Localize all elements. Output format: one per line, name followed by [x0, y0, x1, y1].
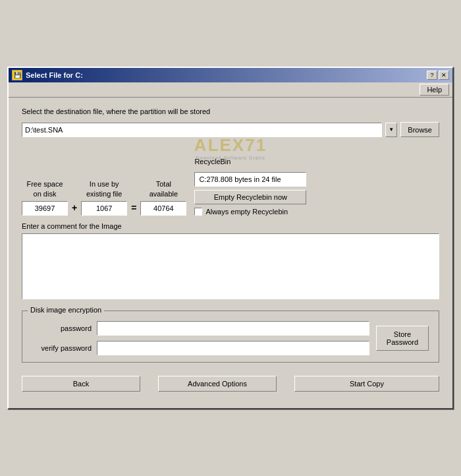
equals-operator: =: [131, 202, 136, 216]
free-space-label: Free spaceon disk: [26, 177, 63, 198]
always-empty-label: Always empty Recyclebin: [205, 208, 288, 216]
total-group: Totalavailable: [140, 177, 186, 216]
description-text: Select the destination file, where the p…: [22, 107, 439, 115]
help-menu-btn[interactable]: Help: [420, 84, 449, 96]
verify-password-row: verify password: [32, 341, 369, 355]
file-path-input[interactable]: [22, 123, 382, 137]
content-area: Select the destination file, where the p…: [9, 98, 452, 408]
password-row: password: [32, 321, 369, 336]
main-window: 💾 Select File for C: ? ✕ Help Select the…: [7, 67, 454, 409]
encryption-group: Disk image encryption password verify pa…: [22, 311, 439, 363]
encryption-legend: Disk image encryption: [28, 306, 104, 314]
comment-textarea[interactable]: [22, 233, 439, 299]
start-copy-button[interactable]: Start Copy: [294, 376, 439, 392]
total-label: Totalavailable: [149, 177, 178, 198]
in-use-value: [81, 201, 127, 216]
recyclebin-section: RecycleBin C:278.808 bytes in 24 file Em…: [194, 145, 306, 216]
verify-password-label: verify password: [32, 344, 92, 352]
advanced-options-button[interactable]: Advanced Options: [158, 376, 277, 392]
total-value: [140, 201, 186, 216]
title-bar-left: 💾 Select File for C:: [12, 70, 83, 80]
verify-password-input[interactable]: [97, 341, 369, 355]
comment-label: Enter a comment for the Image: [22, 222, 439, 230]
title-bar: 💾 Select File for C: ? ✕: [9, 68, 452, 82]
browse-button[interactable]: Browse: [400, 122, 439, 137]
recyclebin-label: RecycleBin: [194, 145, 230, 166]
in-use-group: In use byexisting file: [81, 177, 127, 216]
password-label: password: [32, 324, 92, 332]
empty-recyclebin-button[interactable]: Empty Recyclebin now: [194, 190, 306, 204]
always-empty-checkbox[interactable]: [194, 208, 202, 216]
password-fields: password verify password: [32, 321, 369, 355]
back-button[interactable]: Back: [22, 376, 140, 392]
title-buttons: ? ✕: [427, 71, 449, 80]
help-title-btn[interactable]: ?: [427, 71, 437, 80]
password-input[interactable]: [97, 321, 369, 336]
close-btn[interactable]: ✕: [439, 71, 449, 80]
recyclebin-value: C:278.808 bytes in 24 file: [194, 172, 306, 187]
dropdown-arrow-btn[interactable]: ▼: [385, 123, 397, 137]
disk-info-columns: Free spaceon disk + In use byexisting fi…: [22, 145, 439, 216]
encryption-inner: password verify password StorePassword: [32, 318, 429, 355]
file-path-row: ▼ Browse: [22, 122, 439, 137]
window-title: Select File for C:: [26, 71, 83, 79]
in-use-label: In use byexisting file: [86, 177, 122, 198]
store-password-button[interactable]: StorePassword: [376, 326, 429, 351]
free-space-value: [22, 201, 68, 216]
plus-operator: +: [72, 202, 77, 216]
menu-bar: Help: [9, 82, 452, 98]
free-space-group: Free spaceon disk: [22, 177, 68, 216]
always-empty-row: Always empty Recyclebin: [194, 208, 306, 216]
window-icon: 💾: [12, 70, 22, 80]
bottom-buttons: Back Advanced Options Start Copy: [22, 372, 439, 398]
